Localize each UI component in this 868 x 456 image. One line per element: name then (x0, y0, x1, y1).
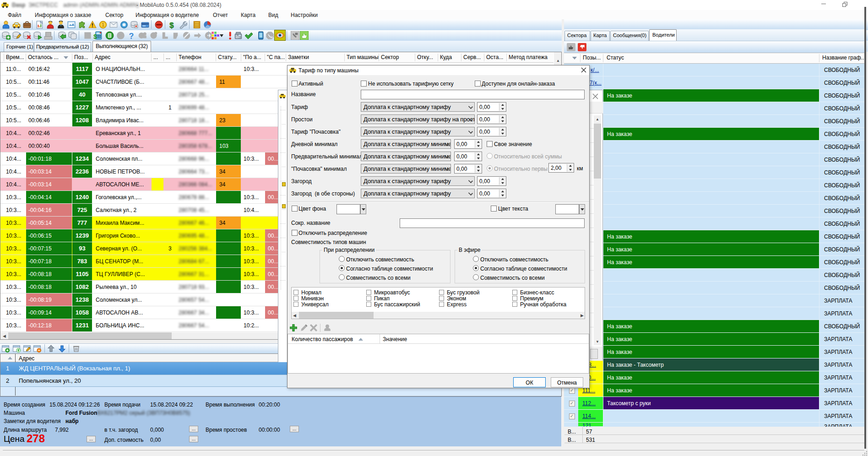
svg-text:1: 1 (102, 22, 104, 27)
svg-text:$: $ (93, 33, 97, 40)
svg-text:$: $ (169, 21, 174, 29)
svg-text:?: ? (129, 32, 134, 40)
